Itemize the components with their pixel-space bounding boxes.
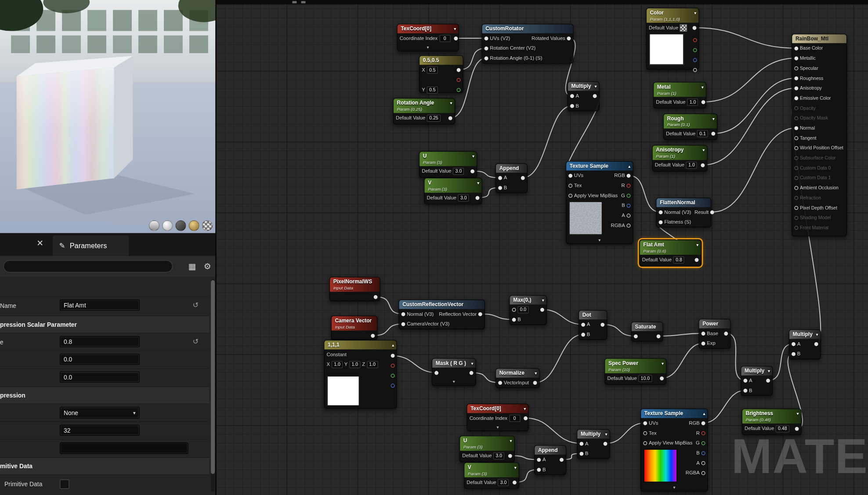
const-0505-out-pin-0[interactable]: [457, 68, 461, 72]
flatten-normal-node[interactable]: FlattenNormalNormal (V3)ResultFlatness (…: [656, 198, 711, 228]
saturate-in-pin-0[interactable]: [634, 334, 638, 338]
color-param-out-pin-0[interactable]: [693, 26, 697, 30]
flat-amt-out-pin-0[interactable]: [695, 258, 699, 262]
texcoord-1-chevron-icon[interactable]: ▾: [454, 25, 456, 33]
mask-rg-expand-icon[interactable]: ▾: [432, 379, 475, 386]
normalize-out-pin-0[interactable]: [533, 381, 537, 385]
texture-sample-1-node[interactable]: Texture Sample▴UVsRGBTexRApply View MipB…: [566, 161, 633, 244]
rainbow-mtl-in-pin-15[interactable]: [794, 196, 798, 200]
color-param-node[interactable]: Color▾Param (1,1,1,0)Default Value: [646, 8, 699, 70]
settings-icon[interactable]: ⚙: [204, 261, 211, 271]
custom-rotator-node[interactable]: CustomRotatorUVs (V2)Rotated ValuesRotat…: [481, 24, 573, 64]
multiply-2-in-pin-0[interactable]: [743, 379, 747, 383]
rainbow-mtl-in-pin-10[interactable]: [794, 146, 798, 150]
color-param-color-swatch[interactable]: [649, 34, 684, 65]
append-1-in-pin-0[interactable]: [498, 176, 502, 180]
max-0-in-pin-0[interactable]: [512, 307, 516, 311]
const-111-out-pin-s1[interactable]: [391, 364, 395, 368]
custom-reflection-vector-in-pin-0[interactable]: [401, 312, 405, 316]
brightness-value-box[interactable]: 0.48: [776, 425, 789, 432]
append-2-in-pin-1[interactable]: [537, 468, 541, 472]
u-param-2-node[interactable]: U▾Param (3)Default Value3.0: [459, 436, 515, 462]
multiply-2-out-pin-0[interactable]: [766, 379, 770, 383]
brightness-chevron-icon[interactable]: ▾: [796, 410, 799, 418]
default-value-input[interactable]: [60, 336, 139, 347]
preview-shape-teapot[interactable]: [189, 220, 199, 231]
texcoord-2-out-pin-0[interactable]: [524, 416, 528, 420]
rainbow-mtl-in-pin-4[interactable]: [794, 86, 798, 90]
rainbow-mtl-node[interactable]: RainBow_MtlBase ColorMetallicSpecularRou…: [792, 34, 847, 236]
pixel-normal-ws-node[interactable]: PixelNormalWSInput Data: [329, 277, 380, 301]
append-1-in-pin-1[interactable]: [498, 186, 502, 190]
multiply-2-in-pin-1[interactable]: [743, 388, 747, 392]
texture-sample-2-in-pin-2[interactable]: [643, 441, 647, 445]
preview-shape-cube[interactable]: [175, 220, 186, 231]
multiply-4-in-pin-1[interactable]: [792, 352, 796, 356]
texture-sample-1-in-pin-0[interactable]: [568, 173, 572, 177]
asset-input[interactable]: [60, 442, 188, 454]
rainbow-mtl-in-pin-8[interactable]: [794, 126, 798, 130]
append-2-node[interactable]: AppendAB: [534, 445, 566, 475]
multiply-4-out-pin-0[interactable]: [814, 342, 818, 346]
mask-rg-out-pin-0[interactable]: [470, 371, 474, 375]
sort-priority-input[interactable]: [60, 425, 139, 436]
texture-sample-2-in-pin-1[interactable]: [643, 431, 647, 435]
metal-node[interactable]: Metal▾Param (1)Default Value1.0: [653, 82, 706, 109]
const-111-chevron-icon[interactable]: ▴: [392, 342, 394, 350]
v-param-1-value-box[interactable]: 3.0: [458, 194, 469, 201]
reset-name-icon[interactable]: ↺: [193, 301, 199, 309]
dot-in-pin-1[interactable]: [581, 332, 585, 336]
camera-vector-node[interactable]: Camera VectorInput Data: [331, 316, 378, 340]
append-2-out-pin-0[interactable]: [560, 458, 564, 462]
mask-rg-node[interactable]: Mask ( R G )▾▾: [432, 358, 476, 386]
slider-min-input[interactable]: [60, 354, 139, 365]
anisotropy-node[interactable]: Anisotropy▾Param (1)Default Value1.0: [652, 145, 708, 172]
brightness-node[interactable]: Brightness▾Param (0.48)Default Value0.48: [742, 408, 802, 435]
texture-sample-2-node[interactable]: Texture Sample▴UVsRGBTexRApply View MipB…: [640, 408, 708, 491]
flat-amt-chevron-icon[interactable]: ▾: [696, 242, 698, 249]
color-param-chevron-icon[interactable]: ▾: [694, 9, 696, 17]
texture-sample-1-chevron-icon[interactable]: ▴: [628, 163, 630, 171]
rotation-angle-chevron-icon[interactable]: ▾: [450, 100, 452, 108]
grid-view-icon[interactable]: ▦: [188, 261, 196, 271]
custom-rotator-out-pin-0[interactable]: [567, 36, 571, 40]
texture-sample-1-in-pin-1[interactable]: [568, 184, 572, 188]
texture-sample-1-out-pin-4[interactable]: [627, 213, 631, 217]
custom-rotator-in-pin-2[interactable]: [485, 56, 488, 60]
material-preview-viewport[interactable]: [0, 0, 216, 233]
u-param-2-out-pin-0[interactable]: [508, 454, 512, 458]
custom-reflection-vector-node[interactable]: CustomReflectionVectorNormal (V3)Reflect…: [398, 300, 485, 329]
const-0505-value-box[interactable]: 0.5: [427, 86, 438, 93]
u-param-1-out-pin-0[interactable]: [470, 169, 474, 173]
camera-vector-out-pin-0[interactable]: [371, 334, 375, 338]
v-param-2-value-box[interactable]: 3.0: [498, 479, 509, 486]
const-111-node[interactable]: 1,1,1▴ConstantX1.0Y1.0Z1.0: [324, 340, 397, 408]
const-111-value-box[interactable]: 1.0: [367, 361, 378, 368]
anisotropy-value-box[interactable]: 1.0: [686, 161, 697, 168]
texture-sample-2-out-pin-4[interactable]: [702, 461, 705, 465]
primitive-data-checkbox[interactable]: [60, 480, 69, 489]
v-param-1-out-pin-0[interactable]: [476, 196, 480, 200]
power-out-pin-0[interactable]: [724, 331, 728, 335]
color-param-checker-swatch[interactable]: [680, 24, 687, 31]
texcoord-1-value-box[interactable]: 0: [439, 35, 450, 42]
rough-out-pin-0[interactable]: [712, 131, 716, 135]
spec-power-value-box[interactable]: 10.0: [638, 375, 652, 382]
u-param-1-node[interactable]: U▾Param (3)Default Value3.0: [419, 151, 477, 178]
slider-max-input[interactable]: [60, 372, 139, 383]
dot-node[interactable]: DotAB: [579, 310, 608, 340]
texture-sample-1-out-pin-1[interactable]: [627, 184, 631, 188]
texture-sample-1-out-pin-0[interactable]: [627, 173, 631, 177]
rough-value-box[interactable]: 0.1: [697, 130, 708, 137]
max-0-out-pin-0[interactable]: [540, 307, 544, 311]
const-0505-out-pin-2[interactable]: [457, 88, 461, 92]
multiply-1-node[interactable]: Multiply▾AB: [568, 81, 600, 111]
rotation-angle-out-pin-0[interactable]: [448, 116, 452, 120]
max-0-in-pin-1[interactable]: [512, 318, 516, 322]
const-111-value-box[interactable]: 1.0: [332, 361, 343, 368]
color-param-out-pin-s3[interactable]: [693, 68, 697, 72]
rainbow-mtl-in-pin-11[interactable]: [794, 156, 798, 160]
rainbow-mtl-in-pin-17[interactable]: [794, 216, 798, 220]
texcoord-1-node[interactable]: TexCoord[0]▾Coordinate Index0▾: [397, 24, 459, 51]
multiply-3-chevron-icon[interactable]: ▾: [605, 431, 607, 439]
